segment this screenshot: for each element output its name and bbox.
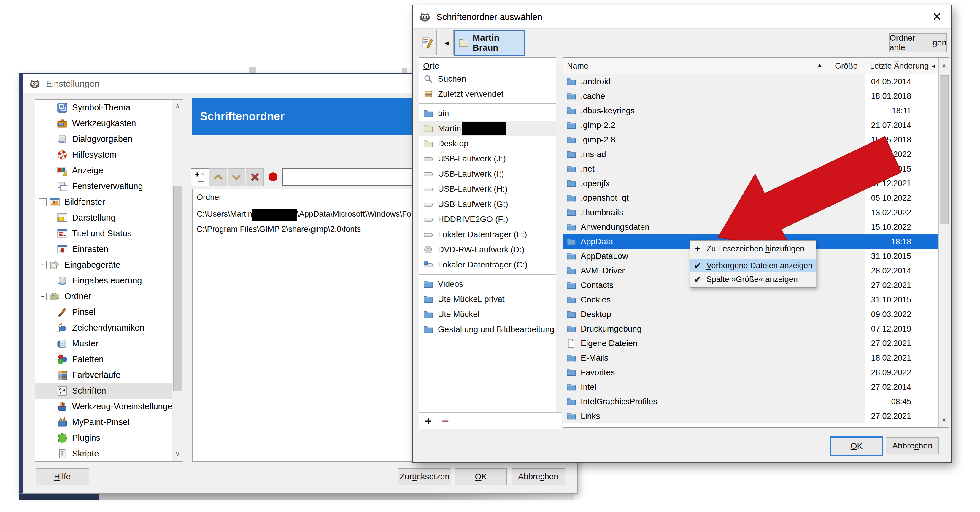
edit-location-button[interactable]: [417, 30, 437, 55]
tree-item-fensterverwaltung[interactable]: Fensterverwaltung: [35, 179, 183, 194]
column-header-name[interactable]: Name: [567, 57, 589, 74]
places-item-usb-laufwerk-i-[interactable]: USB-Laufwerk (I:): [419, 166, 556, 181]
places-item-gestaltung-und-bildbearbeitung[interactable]: Gestaltung und Bildbearbeitung: [419, 322, 556, 337]
file-row--gimp-2-8[interactable]: .gimp-2.815.05.2018: [563, 132, 939, 147]
settings-cancel-button[interactable]: Abbrechen: [512, 468, 565, 485]
dialog-ok-button[interactable]: OK: [830, 436, 883, 456]
tree-item-darstellung[interactable]: Darstellung: [35, 210, 183, 226]
scroll-down-icon[interactable]: ∨: [172, 448, 183, 461]
tree-item-plugins[interactable]: Plugins: [35, 430, 183, 446]
file-row-desktop[interactable]: Desktop09.03.2022: [563, 307, 939, 321]
file-row-druckumgebung[interactable]: Druckumgebung07.12.2019: [563, 321, 939, 336]
tree-scrollbar[interactable]: ∧ ∨: [172, 100, 183, 461]
file-row--android[interactable]: .android04.05.2014: [563, 74, 939, 89]
tree-item-symbol-thema[interactable]: Symbol-Thema: [35, 100, 183, 115]
places-item-hddrive2go-f-[interactable]: HDDRIVE2GO (F:): [419, 212, 556, 227]
move-down-button[interactable]: [228, 168, 245, 186]
tree-item-anzeige[interactable]: Anzeige: [35, 163, 183, 179]
file-row--thumbnails[interactable]: .thumbnails13.02.2022: [563, 205, 939, 220]
tree-item-farbverl-ufe[interactable]: Farbverläufe: [35, 367, 183, 383]
settings-ok-button[interactable]: OK: [455, 468, 507, 485]
places-item-ute-m-ckel[interactable]: Ute Mückel: [419, 306, 556, 322]
file-row-cookies[interactable]: Cookies31.10.2015: [563, 292, 939, 307]
tree-item-muster[interactable]: Muster: [35, 336, 183, 351]
file-row--openjfx[interactable]: .openjfx07.12.2021: [563, 176, 939, 191]
path-back-button[interactable]: ◂: [440, 30, 453, 55]
tree-item-werkzeug-voreinstellungen[interactable]: Werkzeug-Voreinstellungen: [35, 399, 183, 414]
delete-button[interactable]: [246, 168, 264, 186]
file-row--openshot-qt[interactable]: .openshot_qt05.10.2022: [563, 191, 939, 205]
scrollbar-thumb[interactable]: [173, 186, 182, 391]
move-up-button[interactable]: [209, 168, 227, 186]
file-row-eigene-dateien[interactable]: Eigene Dateien27.02.2021: [563, 336, 939, 351]
file-row-favorites[interactable]: Favorites28.09.2022: [563, 365, 939, 380]
places-item-usb-laufwerk-h-[interactable]: USB-Laufwerk (H:): [419, 181, 556, 196]
close-icon[interactable]: ✕: [929, 9, 945, 24]
file-row--gimp-2-2[interactable]: .gimp-2.221.07.2014: [563, 118, 939, 132]
menu-item-verborgene-dateien-anzeigen[interactable]: ✔Verborgene Dateien anzeigen: [690, 259, 816, 273]
tree-item-pinsel[interactable]: Pinsel: [35, 304, 183, 320]
places-item-videos[interactable]: Videos: [419, 276, 556, 292]
tree-item-skripte[interactable]: Skripte: [35, 446, 183, 461]
search-icon: [423, 74, 433, 84]
scroll-up-icon[interactable]: ∧: [939, 57, 949, 74]
tree-item-schriften[interactable]: abCSchriften: [35, 383, 183, 399]
tree-item-paletten[interactable]: Paletten: [35, 351, 183, 367]
remove-bookmark-button[interactable]: −: [442, 415, 449, 427]
new-folder-entry-button[interactable]: [191, 168, 209, 186]
file-row-intel[interactable]: Intel27.02.2014: [563, 380, 939, 394]
file-row--cache[interactable]: .cache18.01.2018: [563, 89, 939, 103]
places-item-bin[interactable]: bin: [419, 106, 556, 121]
dialog-titlebar[interactable]: Schriftenordner auswählen: [413, 5, 951, 29]
tree-item-mypaint-pinsel[interactable]: MyPaint-Pinsel: [35, 414, 183, 430]
tree-item-ordner[interactable]: −Ordner: [35, 289, 170, 304]
tree-item-zeichendynamiken[interactable]: Zeichendynamiken: [35, 320, 183, 336]
tree-item-dialogvorgaben[interactable]: Dialogvorgaben: [35, 131, 183, 147]
expander-icon[interactable]: −: [39, 293, 46, 300]
scroll-up-icon[interactable]: ∧: [172, 100, 183, 113]
files-scrollbar[interactable]: ∧ ∨: [939, 57, 949, 427]
tree-item-titel-und-status[interactable]: Titel und Status: [35, 226, 183, 241]
scrollbar-thumb[interactable]: [940, 75, 948, 224]
file-row--net[interactable]: .net02.2015: [563, 161, 939, 176]
places-item-label: Gestaltung und Bildbearbeitung: [438, 325, 554, 334]
file-row-intelgraphicsprofiles[interactable]: IntelGraphicsProfiles08:45: [563, 394, 939, 409]
expander-icon[interactable]: −: [39, 261, 46, 269]
tree-item-hilfesystem[interactable]: Hilfesystem: [35, 147, 183, 163]
places-item-usb-laufwerk-j-[interactable]: USB-Laufwerk (J:): [419, 151, 556, 166]
file-row-links[interactable]: Links27.02.2021: [563, 409, 939, 423]
column-header-size[interactable]: Größe: [835, 57, 858, 74]
file-row--ms-ad[interactable]: .ms-ad2022: [563, 147, 939, 161]
places-item-lokaler-datentr-ger-c-[interactable]: Lokaler Datenträger (C:): [419, 257, 556, 272]
places-item-usb-laufwerk-g-[interactable]: USB-Laufwerk (G:): [419, 196, 556, 212]
places-item-dvd-rw-laufwerk-d-[interactable]: DVD-RW-Laufwerk (D:): [419, 242, 556, 257]
menu-item-zu-lesezeichen-hinzuf-gen[interactable]: +Zu Lesezeichen hinzufügen: [690, 242, 816, 255]
tree-item-eingabesteuerung[interactable]: Eingabesteuerung: [35, 273, 183, 289]
menu-item-spalte-gr-e-anzeigen[interactable]: ✔Spalte »Größe« anzeigen: [690, 273, 816, 286]
scroll-down-icon[interactable]: ∨: [939, 413, 949, 426]
file-row-e-mails[interactable]: E-Mails18.02.2021: [563, 351, 939, 365]
places-item-desktop[interactable]: Desktop: [419, 136, 556, 151]
tree-item-einrasten[interactable]: Einrasten: [35, 241, 183, 257]
add-bookmark-button[interactable]: +: [425, 415, 432, 427]
breadcrumb-folder-button[interactable]: Martin Braun: [454, 30, 525, 56]
places-item-ute-m-ckel-privat[interactable]: Ute MückeL privat: [419, 292, 556, 306]
column-header-modified[interactable]: Letzte Änderung ◂: [870, 57, 935, 74]
magnet-icon: [57, 244, 68, 255]
tree-item-werkzeugkasten[interactable]: Werkzeugkasten: [35, 115, 183, 131]
places-panel[interactable]: Orte SuchenZuletzt verwendetbinMartinDes…: [418, 57, 556, 413]
places-item-martin[interactable]: Martin: [419, 121, 556, 136]
dialog-cancel-button[interactable]: Abbrechen: [886, 437, 939, 454]
places-item-zuletzt-verwendet[interactable]: Zuletzt verwendet: [419, 86, 556, 102]
preferences-tree[interactable]: Symbol-ThemaWerkzeugkastenDialogvorgaben…: [35, 99, 183, 461]
places-item-lokaler-datentr-ger-e-[interactable]: Lokaler Datenträger (E:): [419, 227, 556, 242]
create-folder-button[interactable]: Ordner anlegen: [889, 33, 947, 52]
file-row--dbus-keyrings[interactable]: .dbus-keyrings18:11: [563, 103, 939, 118]
places-item-suchen[interactable]: Suchen: [419, 71, 556, 86]
tree-item-eingabeger-te[interactable]: −Eingabegeräte: [35, 257, 170, 273]
expander-icon[interactable]: −: [39, 198, 46, 206]
file-row-anwendungsdaten[interactable]: Anwendungsdaten15.10.2022: [563, 220, 939, 234]
tree-item-bildfenster[interactable]: −Bildfenster: [35, 194, 170, 210]
help-button[interactable]: Hilfe: [36, 468, 89, 485]
reset-button[interactable]: Zurücksetzen: [398, 468, 451, 485]
